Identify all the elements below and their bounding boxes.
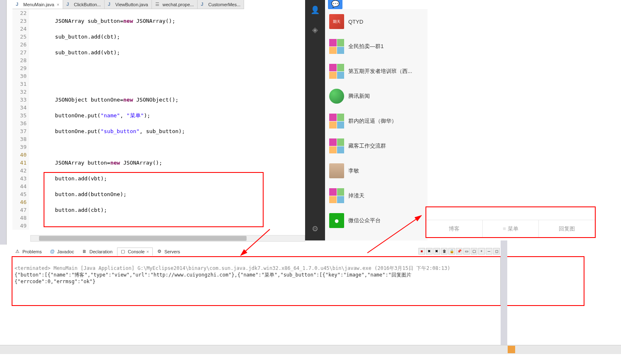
javadoc-icon: @	[50, 249, 56, 255]
menu-tabs: 博客 ≡ 菜单 回复图	[426, 220, 595, 237]
avatar	[329, 64, 344, 79]
tab-console[interactable]: ▢Console×	[117, 248, 153, 256]
tab-viewbutton[interactable]: J ViewButton.java	[105, 0, 152, 9]
notification-icon[interactable]	[508, 346, 515, 353]
clear-console-button[interactable]: 🗑	[441, 248, 447, 255]
line-number: 36	[12, 119, 27, 127]
tab-clickbutton[interactable]: J ClickButton...	[63, 0, 105, 9]
menu-tab-label: 回复图	[559, 225, 575, 233]
chat-list-item[interactable]: 腾讯新闻	[325, 84, 428, 109]
remove-launch-button[interactable]: ✖	[426, 248, 433, 255]
list-icon: ≡	[503, 226, 506, 232]
display-button[interactable]: ▭	[463, 248, 470, 255]
java-file-icon: J	[108, 2, 114, 7]
problems-icon: ⚠	[15, 249, 21, 255]
console-output-line: {"button":[{"name":"博客","type":"view","u…	[15, 272, 411, 278]
line-number: 40	[12, 151, 27, 159]
close-icon[interactable]: ×	[57, 2, 59, 7]
tab-declaration[interactable]: 🗎Declaration	[78, 248, 116, 256]
favorites-icon[interactable]: ◈	[310, 25, 320, 35]
chat-list-item[interactable]: 掉渣天	[325, 183, 428, 208]
chat-list-item[interactable]: 藏客工作交流群	[325, 133, 428, 158]
menu-tab-blog[interactable]: 博客	[426, 220, 483, 237]
menu-tab-reply[interactable]: 回复图	[539, 220, 595, 237]
chat-name: 群内的逗逼（御华）	[348, 117, 397, 125]
code-area[interactable]: JSONArray sub_button=new JSONArray(); su…	[29, 9, 305, 241]
avatar	[329, 89, 344, 104]
settings-icon[interactable]: ⚙	[310, 224, 320, 234]
tab-customermes[interactable]: J CustomerMes...	[198, 0, 244, 9]
chat-list-item[interactable]: 全民拍卖—群1	[325, 34, 428, 59]
avatar	[329, 188, 344, 203]
line-number: 27	[12, 49, 27, 56]
horizontal-scrollbar[interactable]	[30, 235, 305, 242]
line-number: 32	[12, 88, 27, 96]
remove-all-button[interactable]: ✖	[433, 248, 440, 255]
minimize-button[interactable]: ─	[486, 248, 492, 255]
terminate-button[interactable]: ■	[418, 248, 425, 255]
properties-file-icon: ☰	[155, 2, 161, 7]
java-file-icon: J	[16, 2, 22, 7]
pin-console-button[interactable]: 📌	[456, 248, 462, 255]
wechat-menu-preview: 博客 ≡ 菜单 回复图	[425, 206, 596, 238]
line-number: 28	[12, 56, 27, 64]
console-header: <terminated> MenuMain [Java Application]…	[15, 265, 450, 271]
declaration-icon: 🗎	[82, 249, 88, 255]
menu-tab-menu[interactable]: ≡ 菜单	[483, 220, 539, 237]
line-number: 39	[12, 143, 27, 151]
chat-badge-icon[interactable]: 💬	[328, 0, 342, 10]
line-number: 33	[12, 96, 27, 104]
line-number-gutter: 2223242526272829303132333435363738394041…	[12, 9, 29, 230]
avatar	[329, 163, 344, 178]
maximize-button[interactable]: ◻	[493, 248, 500, 255]
open-console-button[interactable]: ▢	[471, 248, 477, 255]
line-number: 47	[12, 206, 27, 214]
chat-list-item[interactable]: 李敏	[325, 158, 428, 183]
line-number: 31	[12, 80, 27, 88]
chat-list-item[interactable]: ●微信公众平台	[325, 208, 428, 233]
chat-list-item[interactable]: 群内的逗逼（御华）	[325, 109, 428, 133]
console-panel[interactable]: <terminated> MenuMain [Java Application]…	[12, 256, 501, 306]
tab-javadoc[interactable]: @Javadoc	[46, 248, 78, 256]
tab-problems[interactable]: ⚠Problems	[12, 248, 45, 256]
line-number: 23	[12, 17, 27, 25]
scroll-lock-button[interactable]: 🔒	[448, 248, 455, 255]
line-number: 25	[12, 33, 27, 41]
line-number: 46	[12, 198, 27, 206]
bottom-panel-tabs: ⚠Problems @Javadoc 🗎Declaration ▢Console…	[12, 247, 184, 256]
line-number: 35	[12, 112, 27, 119]
chat-name: 微信公众平台	[348, 217, 381, 224]
line-number: 45	[12, 190, 27, 198]
line-number: 26	[12, 41, 27, 49]
status-bar	[0, 345, 621, 354]
new-console-button[interactable]: +	[478, 248, 485, 255]
chat-name: 李敏	[348, 167, 359, 175]
line-number: 42	[12, 167, 27, 175]
menu-tab-label: 博客	[449, 225, 460, 233]
right-gutter-strip	[501, 240, 507, 348]
line-number: 41	[12, 159, 27, 167]
console-toolbar: ■ ✖ ✖ 🗑 🔒 📌 ▭ ▢ + ─ ◻	[418, 248, 500, 255]
tab-wechat-properties[interactable]: ☰ wechat.prope...	[152, 0, 198, 9]
chat-list-item[interactable]: 第五期开发者培训班（西...	[325, 59, 428, 84]
avatar	[329, 39, 344, 54]
tab-label: CustomerMes...	[208, 2, 241, 7]
scrollbar-thumb[interactable]	[39, 236, 247, 241]
line-number: 48	[12, 214, 27, 222]
line-number: 30	[12, 72, 27, 80]
line-number: 22	[12, 9, 27, 17]
tab-servers[interactable]: ⚙Servers	[154, 248, 184, 256]
close-icon[interactable]: ×	[146, 249, 149, 254]
console-icon: ▢	[121, 249, 127, 255]
left-gutter-strip	[0, 0, 7, 245]
contacts-icon[interactable]: 👤	[310, 5, 320, 15]
chat-name: 第五期开发者培训班（西...	[348, 68, 412, 75]
avatar: ●	[329, 213, 344, 228]
chat-list-item[interactable]: 期天QTYD	[325, 9, 428, 34]
tab-label: ViewButton.java	[115, 2, 148, 7]
chat-name: 掉渣天	[348, 192, 364, 199]
java-file-icon: J	[66, 2, 72, 7]
tab-menumain[interactable]: J MenuMain.java ×	[12, 0, 63, 9]
code-editor[interactable]: 2223242526272829303132333435363738394041…	[12, 9, 305, 241]
chat-name: 腾讯新闻	[348, 92, 370, 100]
